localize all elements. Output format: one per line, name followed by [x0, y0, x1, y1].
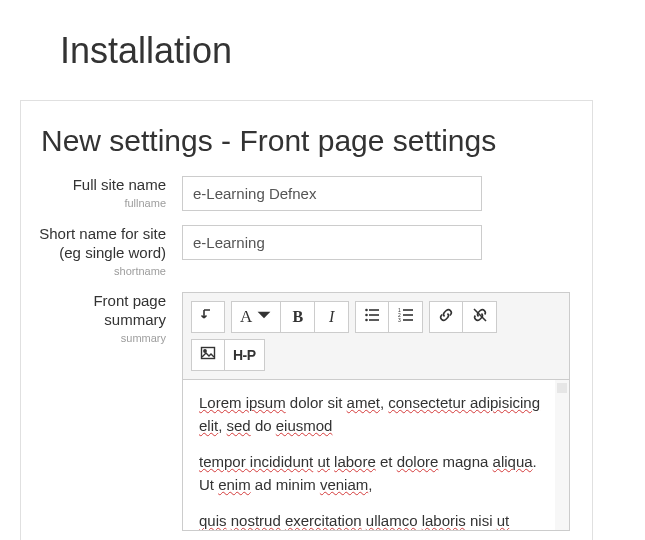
fullname-label-text: Full site name	[73, 176, 166, 193]
field-summary: Front page summary summary	[37, 292, 570, 531]
shortname-label-text: Short name for site (eg single word)	[39, 225, 166, 261]
h5p-button[interactable]: H-P	[225, 339, 265, 371]
shortname-input[interactable]	[182, 225, 482, 260]
toggle-toolbar-button[interactable]	[191, 301, 225, 333]
bullet-list-icon	[364, 307, 380, 327]
fullname-label: Full site name fullname	[37, 176, 182, 211]
shortname-label: Short name for site (eg single word) sho…	[37, 225, 182, 278]
rich-text-editor: A B I	[182, 292, 570, 531]
fullname-tech: fullname	[37, 197, 166, 211]
caret-down-icon	[256, 307, 272, 327]
svg-rect-11	[403, 319, 413, 321]
arrow-down-icon	[200, 307, 216, 327]
bold-button[interactable]: B	[281, 301, 315, 333]
svg-rect-12	[202, 348, 215, 359]
numbered-list-icon: 123	[398, 307, 414, 327]
fullname-input[interactable]	[182, 176, 482, 211]
svg-rect-5	[369, 319, 379, 321]
field-fullname: Full site name fullname	[37, 176, 570, 211]
editor-toolbar: A B I	[183, 293, 569, 380]
link-button[interactable]	[429, 301, 463, 333]
unlink-icon	[472, 307, 488, 327]
svg-point-4	[365, 319, 368, 322]
summary-label: Front page summary summary	[37, 292, 182, 345]
image-button[interactable]	[191, 339, 225, 371]
svg-text:3: 3	[398, 317, 401, 323]
editor-scrollbar[interactable]	[555, 380, 569, 530]
svg-rect-3	[369, 314, 379, 316]
summary-tech: summary	[37, 332, 166, 346]
summary-label-text: Front page summary	[93, 292, 166, 328]
paragraph-a-icon: A	[240, 307, 252, 327]
svg-rect-1	[369, 309, 379, 311]
unlink-button[interactable]	[463, 301, 497, 333]
image-icon	[200, 345, 216, 365]
svg-rect-9	[403, 314, 413, 316]
bulleted-list-button[interactable]	[355, 301, 389, 333]
numbered-list-button[interactable]: 123	[389, 301, 423, 333]
italic-button[interactable]: I	[315, 301, 349, 333]
svg-rect-7	[403, 309, 413, 311]
shortname-tech: shortname	[37, 265, 166, 279]
svg-point-0	[365, 309, 368, 312]
page-title: Installation	[60, 30, 585, 72]
paragraph-style-button[interactable]: A	[231, 301, 281, 333]
link-icon	[438, 307, 454, 327]
settings-card: New settings - Front page settings Full …	[20, 100, 593, 540]
svg-point-13	[204, 350, 206, 352]
field-shortname: Short name for site (eg single word) sho…	[37, 225, 570, 278]
svg-point-2	[365, 314, 368, 317]
section-title: New settings - Front page settings	[41, 124, 570, 158]
h5p-icon: H-P	[233, 347, 256, 363]
scrollbar-thumb-top	[557, 383, 567, 393]
editor-content[interactable]: Lorem ipsum dolor sit amet, consectetur …	[183, 380, 569, 530]
